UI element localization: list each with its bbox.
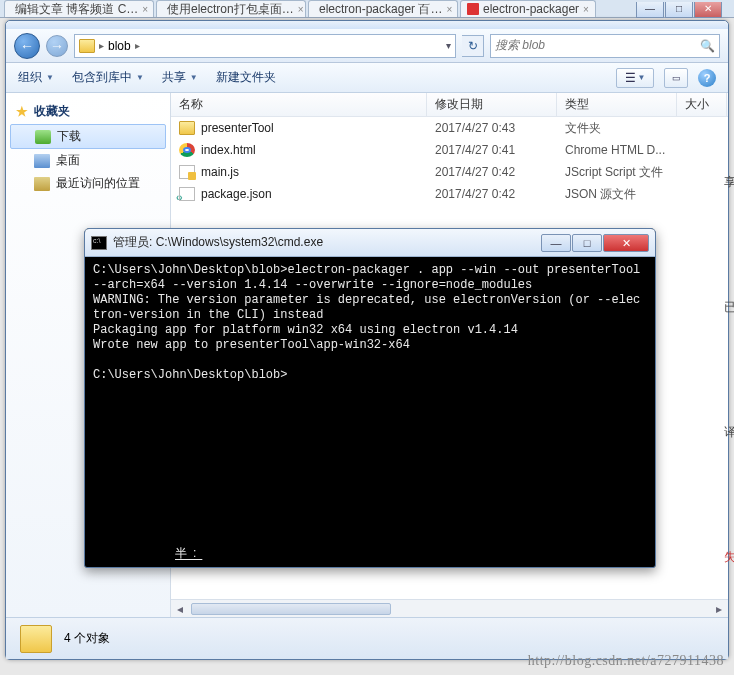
tab-label: 使用electron打包桌面… — [167, 1, 294, 18]
file-name: presenterTool — [201, 121, 274, 135]
file-date: 2017/4/27 0:42 — [427, 185, 557, 203]
tab-close-icon[interactable]: × — [142, 4, 148, 15]
js-icon — [179, 165, 195, 179]
explorer-titlebar[interactable] — [6, 21, 728, 29]
new-folder-button[interactable]: 新建文件夹 — [216, 69, 276, 86]
address-bar-row: ← → ▸ blob ▸ ▾ ↻ 搜索 blob 🔍 — [6, 29, 728, 63]
browser-tab[interactable]: electron-packager 百…× — [308, 0, 458, 17]
file-name: main.js — [201, 165, 239, 179]
breadcrumb-sep-icon: ▸ — [99, 40, 104, 51]
file-row[interactable]: index.html2017/4/27 0:41Chrome HTML D... — [171, 139, 728, 161]
browser-tab[interactable]: 编辑文章 博客频道 C…× — [4, 0, 154, 17]
chevron-down-icon: ▼ — [46, 73, 54, 82]
folder-icon — [20, 625, 52, 653]
search-placeholder: 搜索 blob — [495, 37, 545, 54]
tab-label: 编辑文章 博客频道 C… — [15, 1, 138, 18]
parent-window-controls: — □ ✕ — [636, 2, 722, 18]
file-type: 文件夹 — [557, 118, 677, 139]
browser-tab-strip: 编辑文章 博客频道 C…×使用electron打包桌面…×electron-pa… — [0, 0, 734, 18]
file-type: Chrome HTML D... — [557, 141, 677, 159]
search-input[interactable]: 搜索 blob 🔍 — [490, 34, 720, 58]
breadcrumb[interactable]: ▸ blob ▸ ▾ — [74, 34, 456, 58]
file-size — [677, 148, 727, 152]
back-button[interactable]: ← — [14, 33, 40, 59]
chrome-icon — [179, 143, 195, 157]
forward-button[interactable]: → — [46, 35, 68, 57]
tab-close-icon[interactable]: × — [446, 4, 452, 15]
horizontal-scrollbar[interactable]: ◂ ▸ — [171, 599, 728, 617]
maximize-button[interactable]: □ — [665, 2, 693, 18]
tab-label: electron-packager — [483, 2, 579, 16]
column-size[interactable]: 大小 — [677, 93, 727, 116]
browser-tab[interactable]: electron-packager× — [460, 0, 596, 17]
column-name[interactable]: 名称 — [171, 93, 427, 116]
sidebar-item[interactable]: 桌面 — [6, 149, 170, 172]
breadcrumb-sep-icon: ▸ — [135, 40, 140, 51]
minimize-button[interactable]: — — [636, 2, 664, 18]
search-icon[interactable]: 🔍 — [700, 39, 715, 53]
cmd-close-button[interactable]: ✕ — [603, 234, 649, 252]
cmd-minimize-button[interactable]: — — [541, 234, 571, 252]
cmd-console-output[interactable]: C:\Users\John\Desktop\blob>electron-pack… — [85, 257, 655, 567]
cmd-titlebar[interactable]: 管理员: C:\Windows\system32\cmd.exe — □ ✕ — [85, 229, 655, 257]
chevron-down-icon: ▼ — [136, 73, 144, 82]
scroll-thumb[interactable] — [191, 603, 391, 615]
file-row[interactable]: package.json2017/4/27 0:42JSON 源文件 — [171, 183, 728, 205]
preview-pane-button[interactable]: ▭ — [664, 68, 688, 88]
browser-tab[interactable]: 使用electron打包桌面…× — [156, 0, 306, 17]
file-type: JSON 源文件 — [557, 184, 677, 205]
folder-icon — [79, 39, 95, 53]
dl-icon — [35, 130, 51, 144]
refresh-button[interactable]: ↻ — [462, 35, 484, 57]
organize-menu[interactable]: 组织▼ — [18, 69, 54, 86]
sidebar-item[interactable]: 下载 — [10, 124, 166, 149]
file-size — [677, 170, 727, 174]
share-menu[interactable]: 共享▼ — [162, 69, 198, 86]
favicon-icon — [467, 3, 479, 15]
tab-label: electron-packager 百… — [319, 1, 442, 18]
desk-icon — [34, 154, 50, 168]
chevron-down-icon: ▼ — [190, 73, 198, 82]
cmd-window-controls: — □ ✕ — [541, 234, 649, 252]
file-date: 2017/4/27 0:42 — [427, 163, 557, 181]
folder-icon — [179, 121, 195, 135]
cmd-maximize-button[interactable]: □ — [572, 234, 602, 252]
file-name: package.json — [201, 187, 272, 201]
cut-off-text: 享已译失 — [724, 120, 734, 620]
cmd-title-text: 管理员: C:\Windows\system32\cmd.exe — [113, 234, 323, 251]
json-icon — [179, 187, 195, 201]
recent-icon — [34, 177, 50, 191]
file-row[interactable]: main.js2017/4/27 0:42JScript Script 文件 — [171, 161, 728, 183]
close-button[interactable]: ✕ — [694, 2, 722, 18]
tab-close-icon[interactable]: × — [583, 4, 589, 15]
sidebar-item-label: 桌面 — [56, 152, 80, 169]
help-button[interactable]: ? — [698, 69, 716, 87]
file-type: JScript Script 文件 — [557, 162, 677, 183]
watermark-text: http://blog.csdn.net/a727911438 — [528, 653, 724, 669]
sidebar-item-label: 下载 — [57, 128, 81, 145]
include-in-library-menu[interactable]: 包含到库中▼ — [72, 69, 144, 86]
sidebar-item[interactable]: 最近访问的位置 — [6, 172, 170, 195]
file-size — [677, 126, 727, 130]
file-name: index.html — [201, 143, 256, 157]
scroll-left-icon[interactable]: ◂ — [171, 602, 189, 616]
ime-status: 半: — [175, 546, 202, 561]
column-headers: 名称 修改日期 类型 大小 — [171, 93, 728, 117]
history-dropdown-icon[interactable]: ▾ — [446, 40, 451, 51]
file-size — [677, 192, 727, 196]
file-date: 2017/4/27 0:41 — [427, 141, 557, 159]
sidebar-item-label: 最近访问的位置 — [56, 175, 140, 192]
star-icon: ★ — [16, 104, 28, 119]
tab-close-icon[interactable]: × — [298, 4, 304, 15]
breadcrumb-segment[interactable]: blob — [108, 39, 131, 53]
cmd-icon — [91, 236, 107, 250]
column-date[interactable]: 修改日期 — [427, 93, 557, 116]
column-type[interactable]: 类型 — [557, 93, 677, 116]
favorites-header[interactable]: ★收藏夹 — [6, 99, 170, 124]
toolbar: 组织▼ 包含到库中▼ 共享▼ 新建文件夹 ☰▼ ▭ ? — [6, 63, 728, 93]
file-row[interactable]: presenterTool2017/4/27 0:43文件夹 — [171, 117, 728, 139]
view-mode-button[interactable]: ☰▼ — [616, 68, 654, 88]
file-date: 2017/4/27 0:43 — [427, 119, 557, 137]
cmd-window: 管理员: C:\Windows\system32\cmd.exe — □ ✕ C… — [84, 228, 656, 568]
status-text: 4 个对象 — [64, 630, 110, 647]
